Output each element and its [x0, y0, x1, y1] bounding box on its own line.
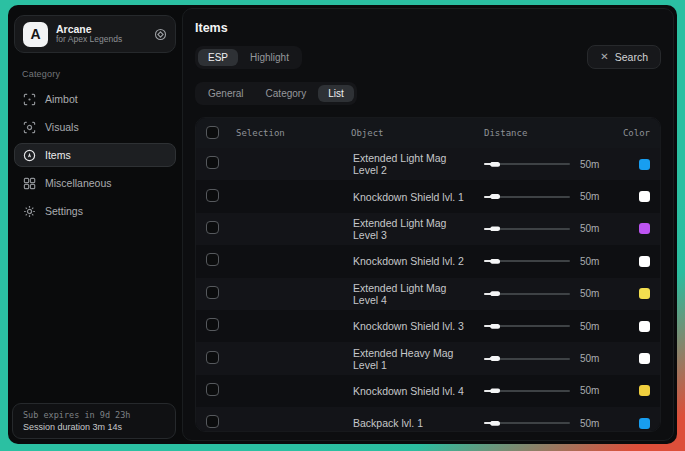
color-swatch[interactable]: [639, 321, 650, 332]
subscription-info-card: Sub expires in 9d 23h Session duration 3…: [12, 403, 176, 439]
distance-value: 50m: [580, 353, 599, 364]
eye-scan-icon: [23, 121, 36, 134]
table-row: Extended Heavy Mag Level 1 50m: [196, 342, 660, 374]
color-swatch[interactable]: [639, 223, 650, 234]
distance-value: 50m: [580, 321, 599, 332]
color-swatch[interactable]: [639, 159, 650, 170]
color-swatch[interactable]: [639, 191, 650, 202]
row-checkbox[interactable]: [206, 383, 219, 396]
distance-value: 50m: [580, 385, 599, 396]
row-checkbox[interactable]: [206, 351, 219, 364]
table-row: Knockdown Shield lvl. 3 50m: [196, 310, 660, 342]
sidebar-nav: Aimbot Visuals Items: [12, 87, 178, 223]
sidebar-item-miscellaneous[interactable]: Miscellaneous: [14, 171, 176, 195]
gear-icon: [23, 205, 36, 218]
column-header-color: Color: [620, 128, 650, 138]
distance-value: 50m: [580, 256, 599, 267]
tab-esp[interactable]: ESP: [198, 49, 238, 66]
table-row: Knockdown Shield lvl. 2 50m: [196, 245, 660, 277]
distance-value: 50m: [580, 223, 599, 234]
row-checkbox[interactable]: [206, 189, 219, 202]
table-row: Extended Light Mag Level 4 50m: [196, 278, 660, 310]
color-swatch[interactable]: [639, 385, 650, 396]
crosshair-icon: [23, 93, 36, 106]
sidebar-item-label: Settings: [45, 205, 83, 217]
category-section-label: Category: [22, 69, 178, 79]
object-label: Knockdown Shield lvl. 3: [351, 320, 470, 332]
row-checkbox[interactable]: [206, 221, 219, 234]
row-checkbox[interactable]: [206, 286, 219, 299]
distance-slider[interactable]: [484, 289, 570, 299]
color-swatch[interactable]: [639, 288, 650, 299]
distance-value: 50m: [580, 191, 599, 202]
distance-slider[interactable]: [484, 159, 570, 169]
table-row: Knockdown Shield lvl. 1 50m: [196, 180, 660, 212]
search-icon: ✕: [600, 52, 608, 62]
app-subtitle: for Apex Legends: [56, 35, 146, 45]
sidebar-item-aimbot[interactable]: Aimbot: [14, 87, 176, 111]
row-checkbox[interactable]: [206, 253, 219, 266]
items-table: Selection Object Distance Color Extended…: [195, 117, 661, 432]
tab-category[interactable]: Category: [256, 85, 317, 102]
app-window: A Arcane for Apex Legends Category: [8, 5, 677, 444]
app-logo: A: [23, 22, 48, 47]
view-tabs: General Category List: [195, 82, 357, 105]
object-label: Extended Light Mag Level 3: [351, 217, 470, 241]
object-label: Backpack lvl. 1: [351, 417, 470, 429]
select-all-checkbox[interactable]: [206, 126, 219, 139]
object-label: Extended Light Mag Level 2: [351, 152, 470, 176]
sidebar: A Arcane for Apex Legends Category: [8, 5, 180, 444]
distance-value: 50m: [580, 418, 599, 429]
sidebar-item-label: Aimbot: [45, 93, 78, 105]
column-header-selection: Selection: [236, 128, 351, 138]
object-label: Extended Heavy Mag Level 1: [351, 347, 470, 371]
search-button[interactable]: ✕ Search: [587, 45, 661, 69]
page-title: Items: [195, 21, 661, 35]
table-row: Extended Light Mag Level 2 50m: [196, 148, 660, 180]
distance-slider[interactable]: [484, 192, 570, 202]
app-logo-card: A Arcane for Apex Legends: [14, 15, 176, 53]
table-header-row: Selection Object Distance Color: [196, 118, 660, 148]
column-header-object: Object: [351, 128, 470, 138]
compass-icon: [23, 149, 36, 162]
distance-slider[interactable]: [484, 354, 570, 364]
emblem-icon[interactable]: [154, 28, 167, 41]
distance-slider[interactable]: [484, 418, 570, 428]
column-header-distance: Distance: [470, 128, 620, 138]
search-button-label: Search: [615, 51, 648, 63]
main-panel: Items ESP Highlight ✕ Search General Cat…: [182, 8, 674, 441]
object-label: Knockdown Shield lvl. 2: [351, 255, 470, 267]
distance-value: 50m: [580, 288, 599, 299]
tab-general[interactable]: General: [198, 85, 254, 102]
sub-expires-text: Sub expires in 9d 23h: [23, 410, 165, 420]
color-swatch[interactable]: [639, 256, 650, 267]
sidebar-item-visuals[interactable]: Visuals: [14, 115, 176, 139]
object-label: Knockdown Shield lvl. 1: [351, 191, 470, 203]
color-swatch[interactable]: [639, 353, 650, 364]
distance-slider[interactable]: [484, 386, 570, 396]
row-checkbox[interactable]: [206, 415, 219, 428]
session-duration-text: Session duration 3m 14s: [23, 422, 165, 432]
row-checkbox[interactable]: [206, 156, 219, 169]
tab-list[interactable]: List: [318, 85, 354, 102]
object-label: Extended Light Mag Level 4: [351, 282, 470, 306]
sidebar-item-label: Miscellaneous: [45, 177, 112, 189]
grid-icon: [23, 177, 36, 190]
sidebar-item-label: Items: [45, 149, 71, 161]
table-row: Extended Light Mag Level 3 50m: [196, 213, 660, 245]
object-label: Knockdown Shield lvl. 4: [351, 385, 470, 397]
distance-slider[interactable]: [484, 224, 570, 234]
table-row: Knockdown Shield lvl. 4 50m: [196, 375, 660, 407]
sidebar-item-settings[interactable]: Settings: [14, 199, 176, 223]
distance-value: 50m: [580, 159, 599, 170]
table-row: Backpack lvl. 1 50m: [196, 407, 660, 432]
sidebar-item-items[interactable]: Items: [14, 143, 176, 167]
sidebar-item-label: Visuals: [45, 121, 79, 133]
mode-tabs: ESP Highlight: [195, 46, 302, 69]
row-checkbox[interactable]: [206, 318, 219, 331]
distance-slider[interactable]: [484, 321, 570, 331]
color-swatch[interactable]: [639, 418, 650, 429]
tab-highlight[interactable]: Highlight: [240, 49, 299, 66]
distance-slider[interactable]: [484, 256, 570, 266]
